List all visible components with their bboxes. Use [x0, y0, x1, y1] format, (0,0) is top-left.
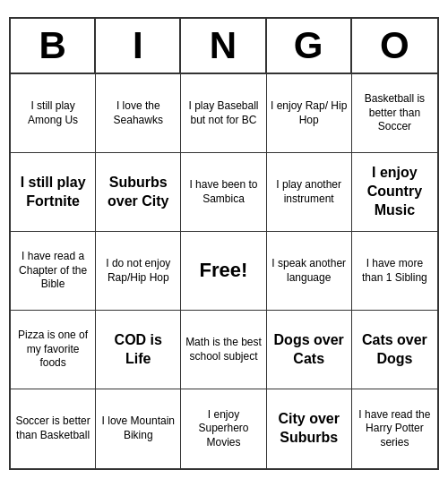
bingo-cell-19[interactable]: Cats over Dogs — [352, 311, 437, 389]
bingo-cell-9[interactable]: I enjoy Country Music — [352, 153, 437, 232]
bingo-cell-13[interactable]: I speak another language — [267, 232, 352, 311]
bingo-cell-14[interactable]: I have more than 1 Sibling — [352, 232, 437, 311]
header-letter-b: B — [11, 19, 96, 73]
bingo-cell-1[interactable]: I love the Seahawks — [96, 74, 181, 153]
header-letter-g: G — [267, 19, 352, 73]
bingo-cell-7[interactable]: I have been to Sambica — [181, 153, 266, 232]
bingo-cell-15[interactable]: Pizza is one of my favorite foods — [11, 311, 96, 389]
bingo-cell-10[interactable]: I have read a Chapter of the Bible — [11, 232, 96, 311]
bingo-cell-16[interactable]: COD is Life — [96, 311, 181, 389]
bingo-grid: I still play Among UsI love the Seahawks… — [11, 74, 437, 468]
bingo-cell-22[interactable]: I enjoy Superhero Movies — [181, 389, 266, 468]
bingo-card: BINGO I still play Among UsI love the Se… — [9, 17, 439, 470]
free-space[interactable]: Free! — [181, 232, 266, 311]
bingo-cell-4[interactable]: Basketball is better than Soccer — [352, 74, 437, 153]
bingo-cell-23[interactable]: City over Suburbs — [267, 389, 352, 468]
bingo-cell-3[interactable]: I enjoy Rap/ Hip Hop — [267, 74, 352, 153]
bingo-cell-17[interactable]: Math is the best school subject — [181, 311, 266, 389]
header-letter-i: I — [96, 19, 181, 73]
header-letter-n: N — [181, 19, 266, 73]
bingo-cell-5[interactable]: I still play Fortnite — [11, 153, 96, 232]
bingo-cell-20[interactable]: Soccer is better than Basketball — [11, 389, 96, 468]
bingo-cell-8[interactable]: I play another instrument — [267, 153, 352, 232]
bingo-cell-6[interactable]: Suburbs over City — [96, 153, 181, 232]
bingo-cell-2[interactable]: I play Baseball but not for BC — [181, 74, 266, 153]
bingo-cell-0[interactable]: I still play Among Us — [11, 74, 96, 153]
bingo-cell-18[interactable]: Dogs over Cats — [267, 311, 352, 389]
header-letter-o: O — [352, 19, 437, 73]
bingo-header: BINGO — [11, 19, 437, 74]
bingo-cell-21[interactable]: I love Mountain Biking — [96, 389, 181, 468]
bingo-cell-24[interactable]: I have read the Harry Potter series — [352, 389, 437, 468]
bingo-cell-11[interactable]: I do not enjoy Rap/Hip Hop — [96, 232, 181, 311]
